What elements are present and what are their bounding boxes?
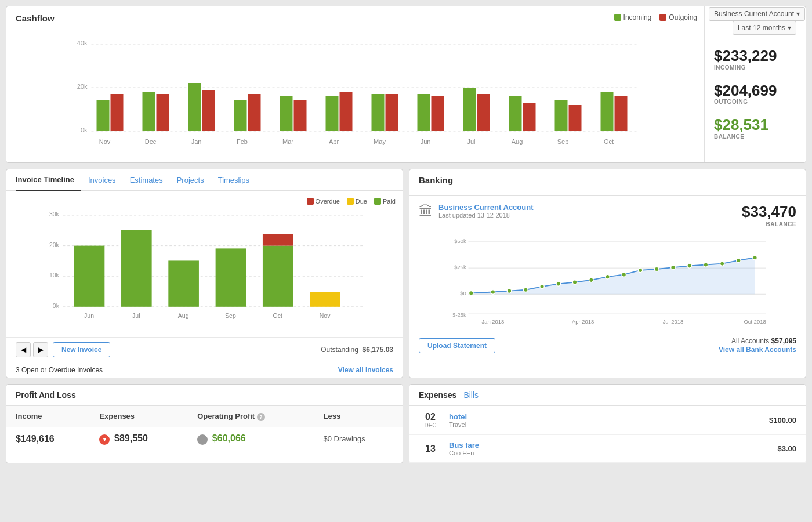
balance-amount: $28,531	[714, 117, 796, 133]
banking-title: Banking	[419, 175, 453, 185]
new-invoice-button[interactable]: New Invoice	[53, 342, 110, 357]
svg-text:Jul: Jul	[467, 138, 475, 145]
upload-statement-button[interactable]: Upload Statement	[419, 338, 495, 353]
banking-line-chart: $50k $25k $0 $-25k	[419, 232, 796, 325]
svg-text:Sep: Sep	[225, 312, 236, 319]
col-operating-profit: Operating Profit ?	[188, 406, 314, 427]
svg-point-78	[572, 280, 577, 285]
banking-balance: $33,470	[742, 203, 796, 221]
svg-text:20k: 20k	[77, 83, 88, 90]
outstanding-text: Outstanding $6,175.03	[321, 346, 393, 354]
legend-outgoing: Outgoing	[659, 13, 697, 21]
svg-rect-28	[601, 92, 614, 131]
tab-estimates[interactable]: Estimates	[123, 170, 170, 190]
bank-last-updated: Last updated 13-12-2018	[438, 212, 534, 219]
expenses-list: 02 DEC hotel Travel $100.00 13	[409, 406, 806, 463]
expense-date-num-0: 02	[419, 412, 442, 422]
legend-incoming: Incoming	[614, 13, 652, 21]
svg-rect-27	[569, 105, 582, 131]
svg-point-86	[704, 263, 708, 267]
svg-rect-24	[509, 96, 522, 131]
pnl-row: $149,616 ▼ $89,550 — $60,066 $0 Drawings	[6, 427, 403, 451]
svg-point-73	[491, 290, 495, 295]
svg-text:Sep: Sep	[557, 138, 569, 145]
chevron-down-icon: ▾	[788, 24, 791, 32]
view-all-bank-accounts-link[interactable]: View all Bank Accounts	[719, 346, 796, 354]
svg-point-87	[720, 262, 724, 266]
expenses-header: Expenses Bills	[409, 385, 806, 406]
svg-point-89	[753, 255, 757, 260]
expense-name-0[interactable]: hotel	[449, 412, 769, 421]
nav-prev-button[interactable]: ◀	[16, 342, 31, 357]
list-item: 13 Bus fare Coo FEn $3.00	[409, 435, 806, 463]
svg-text:Jan 2018: Jan 2018	[481, 318, 504, 325]
tab-invoices[interactable]: Invoices	[81, 170, 123, 190]
tab-timeslips[interactable]: Timeslips	[211, 170, 256, 190]
svg-rect-52	[168, 260, 199, 306]
svg-point-85	[687, 264, 692, 269]
invoice-timeline-card: Invoice Timeline Invoices Estimates Proj…	[6, 169, 403, 378]
invoice-bar-chart: 30k 20k 10k 0k	[16, 202, 393, 330]
outgoing-dot	[659, 14, 666, 21]
cashflow-section: Cashflow Incoming Outgoing 40k 20k 0k	[6, 6, 806, 163]
svg-point-83	[654, 267, 659, 271]
bank-account-name[interactable]: Business Current Account	[438, 203, 534, 212]
svg-text:Jul: Jul	[132, 312, 140, 319]
period-dropdown[interactable]: Last 12 months ▾	[733, 21, 796, 35]
due-color	[347, 198, 354, 205]
pnl-title: Profit And Loss	[6, 385, 403, 406]
svg-text:Jun: Jun	[420, 138, 431, 145]
expense-category-0: Travel	[449, 421, 769, 428]
pnl-card: Profit And Loss Income Expenses Operatin…	[6, 384, 403, 463]
svg-rect-26	[555, 100, 568, 131]
col-income: Income	[6, 406, 90, 427]
neutral-icon: —	[197, 434, 208, 445]
svg-text:$0: $0	[460, 290, 466, 296]
banking-header: Banking Business Current Account ▾	[409, 169, 806, 196]
svg-point-88	[737, 258, 741, 263]
svg-rect-29	[615, 96, 628, 131]
svg-text:Oct 2018: Oct 2018	[744, 318, 766, 325]
svg-point-81	[622, 273, 626, 277]
svg-text:0k: 0k	[81, 126, 88, 133]
svg-rect-10	[188, 83, 201, 131]
outgoing-amount: $204,699	[714, 82, 796, 99]
expense-name-1[interactable]: Bus fare	[449, 441, 777, 449]
nav-next-button[interactable]: ▶	[33, 342, 48, 357]
svg-point-74	[507, 289, 512, 293]
svg-rect-56	[310, 292, 340, 307]
expense-amount-1: $3.00	[777, 444, 796, 453]
pnl-table: Income Expenses Operating Profit ? Less …	[6, 406, 403, 451]
svg-point-75	[524, 288, 528, 292]
legend-due-item: Due	[347, 198, 367, 205]
down-trend-icon: ▼	[99, 434, 110, 445]
svg-point-77	[556, 282, 561, 287]
all-accounts-section: All Accounts $57,095 View all Bank Accou…	[719, 337, 796, 354]
tab-expenses[interactable]: Expenses	[419, 390, 456, 400]
svg-text:Nov: Nov	[320, 312, 331, 319]
invoice-legend: Overdue Due Paid	[307, 198, 396, 205]
svg-text:Jun: Jun	[84, 312, 94, 319]
income-value: $149,616	[16, 434, 55, 444]
svg-rect-7	[111, 94, 124, 131]
svg-rect-15	[294, 100, 307, 131]
banking-balance-label: BALANCE	[742, 221, 796, 227]
account-selector[interactable]: Business Current Account ▾	[709, 7, 805, 21]
nav-buttons: ◀ ▶	[16, 342, 48, 357]
tab-projects[interactable]: Projects	[170, 170, 211, 190]
svg-rect-12	[234, 100, 247, 131]
view-all-invoices-link[interactable]: View all Invoices	[338, 366, 393, 374]
invoice-chart-body: Overdue Due Paid 30k 20k 10k	[6, 191, 403, 337]
svg-text:Oct: Oct	[273, 312, 282, 319]
tab-bills[interactable]: Bills	[463, 390, 478, 400]
incoming-dot	[614, 14, 621, 21]
svg-rect-11	[202, 90, 215, 131]
svg-text:Aug: Aug	[512, 138, 523, 145]
help-icon[interactable]: ?	[257, 413, 265, 421]
tab-invoice-timeline[interactable]: Invoice Timeline	[16, 169, 81, 191]
outgoing-label: OUTGOING	[714, 99, 796, 105]
svg-point-80	[606, 274, 610, 279]
svg-rect-22	[463, 88, 476, 131]
svg-point-76	[540, 284, 545, 289]
bank-account-info: 🏛 Business Current Account Last updated …	[419, 203, 796, 227]
